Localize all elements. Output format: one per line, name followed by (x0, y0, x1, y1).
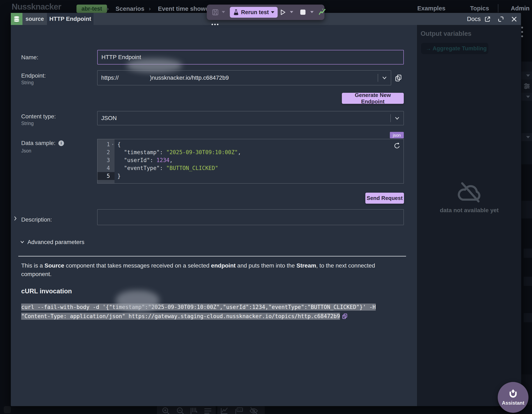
layout-columns-icon[interactable] (190, 406, 199, 414)
editor-line[interactable]: 5} (97, 172, 404, 180)
content-type-type: String (21, 121, 34, 126)
editor-mode-badge: json (390, 132, 404, 138)
endpoint-value-suffix: )nussknacker.io/http.c68472b9 (150, 74, 229, 81)
editor-line[interactable]: 4 "eventType": "BUTTON_CLICKED" (97, 164, 404, 172)
svg-text:123: 123 (238, 408, 243, 411)
play-icon[interactable] (279, 9, 286, 17)
screen: Nussknacker abr-test › Scenarios › Event… (0, 0, 532, 414)
curl-heading: cURL invocation (21, 287, 72, 295)
endpoint-type: String (21, 80, 34, 86)
tab-source[interactable]: source (22, 13, 47, 25)
rerun-dropdown-caret[interactable] (271, 11, 274, 13)
collapse-left-chevron-icon[interactable] (12, 216, 18, 222)
metrics-chart-icon[interactable] (220, 406, 229, 414)
chevron-down-icon[interactable] (378, 75, 391, 81)
tab-http-endpoint[interactable]: HTTP Endpoint (47, 13, 94, 25)
external-link-icon[interactable] (484, 16, 491, 23)
collapsed-panel-header[interactable] (521, 93, 532, 101)
corner-glyph (4, 406, 11, 413)
component-info-text: This is a Source component that takes me… (21, 261, 399, 278)
save-dropdown-caret[interactable] (222, 11, 225, 13)
breadcrumb-separator: › (107, 5, 109, 12)
toolbar-drag-handle[interactable] (211, 24, 218, 25)
breadcrumb-scenario-name[interactable]: Event time showc (158, 5, 209, 12)
environment-badge[interactable]: abr-test (76, 5, 107, 13)
counts-icon[interactable]: 123 (235, 406, 244, 414)
nav-examples[interactable]: Examples (417, 5, 445, 12)
node-dialog: source HTTP Endpoint Docs Name: (11, 13, 521, 406)
metrics-icon[interactable] (318, 8, 326, 17)
collapsed-panel (521, 201, 532, 218)
collapsed-panel (524, 277, 532, 286)
stop-icon[interactable] (300, 10, 305, 15)
endpoint-select[interactable]: https:// )nussknacker.io/http.c68472b9 (97, 70, 391, 85)
close-icon[interactable] (511, 16, 517, 23)
endpoint-value-prefix: https:// (101, 74, 119, 81)
name-label: Name: (21, 54, 38, 61)
collapsed-panel-header[interactable] (521, 72, 532, 79)
generate-new-endpoint-button[interactable]: Generate New Endpoint (342, 93, 404, 104)
curl-invocation[interactable]: curl --fail-with-body -d '{"timestamp":"… (21, 303, 401, 322)
advanced-parameters-toggle[interactable]: Advanced parameters (19, 239, 84, 246)
section-divider (18, 256, 406, 256)
nav-divider (498, 4, 498, 12)
rerun-test-button[interactable]: Rerun test (230, 7, 278, 18)
breadcrumb-scenarios[interactable]: Scenarios (115, 5, 144, 12)
node-form: Name: Endpoint: String https:// )nusskna… (11, 25, 417, 406)
output-variables-panel: Output variables → Aggregate Tumbling da… (417, 25, 521, 406)
endpoint-label: Endpoint: (21, 72, 46, 79)
content-type-value: JSON (101, 115, 117, 121)
json-editor[interactable]: 1▾{2 "timestamp": "2025-09-30T09:10:00Z"… (97, 139, 404, 184)
editor-line[interactable]: 1▾{ (97, 140, 404, 148)
data-not-available-text: data not available yet (417, 207, 521, 214)
settings-sliders-icon[interactable] (521, 79, 532, 93)
panel-drag-dots-icon[interactable] (521, 27, 523, 40)
output-variable-chip[interactable]: → Aggregate Tumbling (421, 43, 488, 54)
refresh-icon[interactable] (393, 142, 400, 149)
nussknacker-logo[interactable]: Nussknacker (12, 2, 61, 11)
source-node-icon (11, 13, 22, 25)
nav-topics[interactable]: Topics (470, 5, 489, 12)
collapsed-panel (521, 141, 532, 164)
copy-curl-icon[interactable] (342, 313, 348, 322)
breadcrumb-separator: › (149, 5, 151, 12)
name-input[interactable] (97, 50, 404, 65)
save-icon[interactable] (212, 9, 219, 17)
assistant-button[interactable]: Assistant (498, 382, 528, 413)
content-type-select[interactable]: JSON (97, 111, 404, 125)
hide-details-icon[interactable] (249, 406, 258, 414)
send-request-button[interactable]: Send Request (365, 193, 404, 204)
play-dropdown-caret[interactable] (290, 11, 293, 13)
docs-link[interactable]: Docs (467, 16, 481, 22)
collapsed-panel-header[interactable] (521, 133, 532, 141)
chevron-down-icon[interactable] (391, 115, 404, 121)
flask-icon (233, 9, 239, 15)
nut-icon (508, 389, 518, 399)
collapsed-panel (524, 249, 532, 258)
copy-endpoint-icon[interactable] (394, 74, 402, 83)
info-icon[interactable]: i (58, 140, 64, 146)
data-sample-label-row: Data sample: i (21, 140, 64, 147)
stop-dropdown-caret[interactable] (310, 11, 314, 13)
curl-line-2: "Content-Type: application/json" https:/… (21, 313, 340, 320)
zoom-out-icon[interactable] (176, 406, 185, 414)
curl-line-1: curl --fail-with-body -d '{"timestamp":"… (21, 304, 376, 311)
nav-admin[interactable]: Admin (511, 5, 530, 12)
chevron-down-icon (19, 239, 25, 245)
output-variables-title: Output variables (421, 30, 472, 38)
collapsed-panel (524, 313, 532, 322)
advanced-parameters-label: Advanced parameters (28, 239, 84, 246)
editor-line[interactable]: 3 "userId": 1234, (97, 156, 404, 164)
expand-dialog-icon[interactable] (497, 16, 504, 23)
data-sample-label: Data sample: (21, 140, 56, 147)
zoom-in-icon[interactable] (162, 406, 170, 414)
menu-lines-icon[interactable] (203, 407, 212, 414)
cloud-off-icon (456, 181, 484, 204)
collapsed-panel (521, 101, 532, 133)
assistant-label: Assistant (502, 400, 524, 406)
data-sample-type: Json (21, 148, 31, 154)
editor-line[interactable]: 2 "timestamp": "2025-09-30T09:10:00Z", (97, 148, 404, 156)
collapsed-panel (521, 62, 532, 72)
description-label: Description: (21, 216, 52, 223)
description-textarea[interactable] (97, 209, 404, 225)
